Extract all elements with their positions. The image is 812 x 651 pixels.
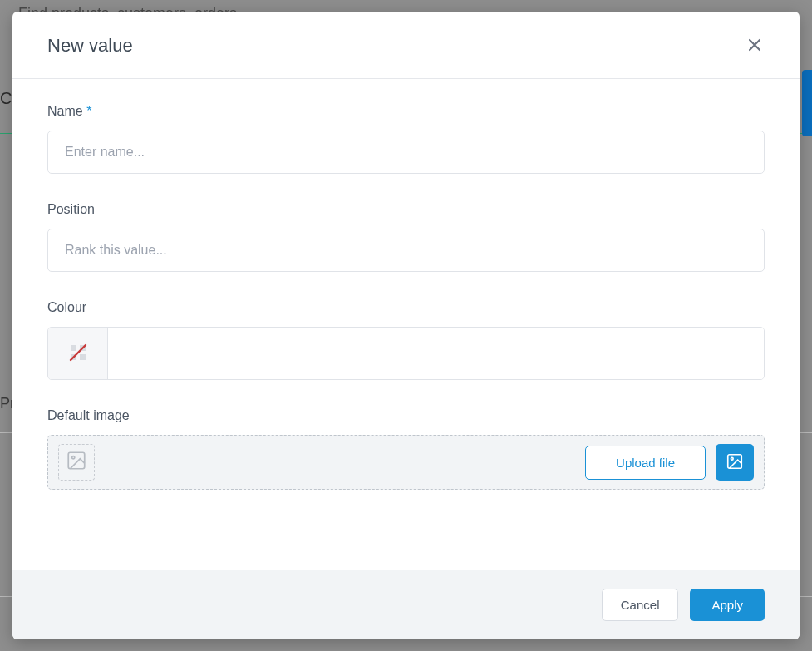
name-field-group: Name * bbox=[47, 104, 765, 174]
name-label: Name * bbox=[47, 104, 765, 119]
svg-point-6 bbox=[72, 456, 75, 459]
close-icon bbox=[748, 35, 761, 56]
upload-file-button[interactable]: Upload file bbox=[585, 446, 706, 480]
image-dropzone[interactable]: Upload file bbox=[47, 435, 765, 490]
svg-point-8 bbox=[731, 457, 733, 460]
name-input[interactable] bbox=[47, 131, 765, 174]
svg-rect-3 bbox=[80, 354, 86, 360]
position-input[interactable] bbox=[47, 229, 765, 272]
close-button[interactable] bbox=[745, 33, 765, 58]
modal-header: New value bbox=[12, 12, 800, 79]
no-colour-icon bbox=[66, 340, 91, 367]
colour-swatch-button[interactable] bbox=[48, 328, 108, 379]
new-value-modal: New value Name * Position Colour bbox=[12, 12, 800, 639]
colour-label: Colour bbox=[47, 300, 765, 315]
modal-body: Name * Position Colour bbox=[12, 79, 800, 570]
colour-input-row bbox=[47, 327, 765, 380]
image-placeholder-icon bbox=[66, 450, 87, 475]
image-icon bbox=[726, 452, 744, 473]
svg-rect-0 bbox=[71, 345, 76, 351]
position-field-group: Position bbox=[47, 202, 765, 272]
image-placeholder-thumb bbox=[58, 444, 95, 481]
media-library-button[interactable] bbox=[716, 444, 754, 481]
required-indicator: * bbox=[86, 104, 91, 118]
position-label: Position bbox=[47, 202, 765, 217]
modal-title: New value bbox=[47, 35, 133, 57]
name-label-text: Name bbox=[47, 104, 83, 118]
apply-button[interactable]: Apply bbox=[690, 589, 765, 621]
colour-field-group: Colour bbox=[47, 300, 765, 380]
default-image-field-group: Default image Upload file bbox=[47, 408, 765, 490]
background-button-fragment bbox=[802, 70, 812, 136]
modal-footer: Cancel Apply bbox=[12, 570, 800, 639]
colour-value-cell[interactable] bbox=[108, 328, 764, 379]
default-image-label: Default image bbox=[47, 408, 765, 423]
cancel-button[interactable]: Cancel bbox=[602, 589, 679, 621]
